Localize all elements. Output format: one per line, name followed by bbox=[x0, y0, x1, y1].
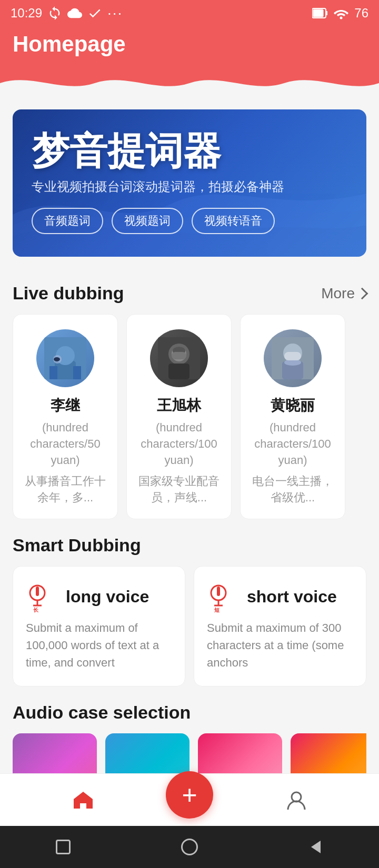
svg-rect-28 bbox=[217, 587, 220, 596]
sync-icon bbox=[47, 6, 62, 21]
dubbing-name-2: 王旭林 bbox=[157, 396, 201, 416]
main-content: 梦音提词器 专业视频拍摄台词滚动提词器，拍摄必备神器 音频题词 视频题词 视频转… bbox=[0, 109, 379, 868]
svg-rect-16 bbox=[172, 352, 186, 359]
svg-point-32 bbox=[292, 792, 301, 802]
svg-rect-7 bbox=[49, 366, 57, 379]
dubbing-desc-3: 电台一线主播，省级优... bbox=[249, 473, 336, 506]
android-nav bbox=[0, 826, 379, 868]
svg-text:长: 长 bbox=[33, 607, 39, 613]
short-voice-icon: 短 bbox=[207, 581, 238, 613]
svg-point-3 bbox=[340, 17, 343, 19]
svg-rect-23 bbox=[36, 587, 39, 596]
page-title: Homepage bbox=[13, 32, 366, 67]
wifi-icon bbox=[333, 7, 349, 19]
avatar-3 bbox=[264, 329, 322, 387]
dubbing-price-3: (hundred characters/100 yuan) bbox=[249, 420, 336, 468]
add-icon: + bbox=[182, 782, 197, 808]
smart-dubbing-section: Smart Dubbing 长 long voice Submit a maxi… bbox=[0, 530, 379, 697]
banner-tag-2[interactable]: 视频题词 bbox=[112, 208, 183, 234]
svg-rect-10 bbox=[54, 357, 60, 361]
avatar-2 bbox=[150, 329, 208, 387]
short-voice-title: short voice bbox=[247, 587, 337, 607]
smart-cards-container: 长 long voice Submit a maximum of 100,000… bbox=[13, 566, 366, 687]
android-back-icon bbox=[311, 841, 321, 853]
banner-tag-3[interactable]: 视频转语音 bbox=[192, 208, 275, 234]
long-voice-desc: Submit a maximum of 100,000 words of tex… bbox=[26, 619, 172, 671]
dots-menu[interactable]: ··· bbox=[107, 5, 123, 22]
dubbing-price-1: (hundred characters/50 yuan) bbox=[22, 420, 109, 468]
more-link[interactable]: More bbox=[321, 285, 366, 302]
smart-card-long[interactable]: 长 long voice Submit a maximum of 100,000… bbox=[13, 566, 185, 687]
dubbing-desc-1: 从事播音工作十余年，多... bbox=[22, 473, 109, 506]
status-time: 10:29 bbox=[11, 6, 42, 21]
android-home[interactable] bbox=[179, 836, 200, 857]
dubbing-card-3[interactable]: 黄晓丽 (hundred characters/100 yuan) 电台一线主播… bbox=[240, 314, 345, 519]
avatar-img-1 bbox=[44, 337, 86, 379]
banner-tags: 音频题词 视频题词 视频转语音 bbox=[32, 208, 347, 234]
add-button[interactable]: + bbox=[166, 771, 213, 819]
nav-home[interactable] bbox=[0, 789, 166, 812]
smart-card-long-header: 长 long voice bbox=[26, 581, 172, 613]
check-icon bbox=[87, 6, 102, 21]
banner[interactable]: 梦音提词器 专业视频拍摄台词滚动提词器，拍摄必备神器 音频题词 视频题词 视频转… bbox=[13, 109, 366, 257]
dubbing-desc-2: 国家级专业配音员，声线... bbox=[135, 473, 223, 506]
svg-text:短: 短 bbox=[214, 607, 220, 613]
avatar-1 bbox=[36, 329, 94, 387]
android-circle-icon bbox=[181, 839, 198, 855]
banner-content: 梦音提词器 专业视频拍摄台词滚动提词器，拍摄必备神器 音频题词 视频题词 视频转… bbox=[32, 130, 347, 234]
status-bar: 10:29 ··· 76 bbox=[0, 0, 379, 26]
android-back[interactable] bbox=[305, 836, 326, 857]
nav-profile[interactable] bbox=[213, 789, 379, 812]
svg-rect-21 bbox=[284, 352, 301, 360]
home-icon bbox=[72, 789, 95, 812]
smart-card-short[interactable]: 短 short voice Submit a maximum of 300 ch… bbox=[194, 566, 366, 687]
dubbing-card-2[interactable]: 王旭林 (hundred characters/100 yuan) 国家级专业配… bbox=[126, 314, 232, 519]
dubbing-name-1: 李继 bbox=[51, 396, 80, 416]
live-dubbing-header: Live dubbing More bbox=[0, 267, 379, 314]
live-dubbing-title: Live dubbing bbox=[13, 283, 124, 304]
bottom-nav: + bbox=[0, 773, 379, 826]
cloud-icon bbox=[67, 6, 82, 21]
header: Homepage bbox=[0, 26, 379, 67]
more-label: More bbox=[321, 285, 355, 302]
battery-icon bbox=[312, 7, 328, 19]
android-square-icon bbox=[56, 840, 71, 854]
dubbing-price-2: (hundred characters/100 yuan) bbox=[135, 420, 223, 468]
banner-subtitle: 专业视频拍摄台词滚动提词器，拍摄必备神器 bbox=[32, 178, 347, 195]
chevron-right-icon bbox=[356, 287, 368, 299]
status-left: 10:29 ··· bbox=[11, 5, 123, 22]
battery-level: 76 bbox=[354, 6, 368, 21]
svg-rect-2 bbox=[326, 11, 327, 15]
dubbing-name-3: 黄晓丽 bbox=[271, 396, 315, 416]
banner-tag-1[interactable]: 音频题词 bbox=[32, 208, 103, 234]
status-right: 76 bbox=[312, 6, 368, 21]
audio-case-title: Audio case selection bbox=[13, 702, 366, 723]
dubbing-cards-container: 李继 (hundred characters/50 yuan) 从事播音工作十余… bbox=[0, 314, 379, 530]
profile-icon bbox=[285, 789, 308, 812]
wave-decoration bbox=[0, 67, 379, 99]
banner-title: 梦音提词器 bbox=[32, 130, 347, 172]
svg-rect-1 bbox=[313, 9, 324, 17]
svg-rect-13 bbox=[168, 364, 190, 379]
long-voice-title: long voice bbox=[66, 587, 149, 607]
smart-dubbing-title: Smart Dubbing bbox=[13, 535, 366, 556]
android-recents[interactable] bbox=[53, 836, 74, 857]
smart-card-short-header: 短 short voice bbox=[207, 581, 353, 613]
avatar-img-2 bbox=[158, 337, 200, 379]
avatar-img-3 bbox=[272, 337, 314, 379]
long-voice-icon: 长 bbox=[26, 581, 57, 613]
short-voice-desc: Submit a maximum of 300 characters at a … bbox=[207, 619, 353, 671]
dubbing-card-1[interactable]: 李继 (hundred characters/50 yuan) 从事播音工作十余… bbox=[13, 314, 118, 519]
svg-rect-8 bbox=[73, 366, 81, 379]
